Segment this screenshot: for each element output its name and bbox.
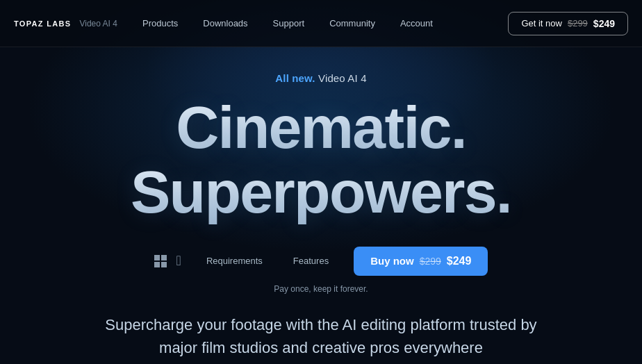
apple-icon:  [176, 253, 181, 269]
brand-product: Video AI 4 [79, 19, 117, 28]
svg-rect-2 [154, 262, 160, 267]
tagline-normal: Video AI 4 [318, 72, 367, 84]
hero-title: Cinematic. Superpowers. [131, 95, 511, 224]
hero-title-line1: Cinematic. [131, 95, 511, 160]
nav-item-community[interactable]: Community [318, 14, 386, 33]
tagline-highlight: All new. [275, 72, 315, 84]
svg-rect-0 [154, 255, 160, 260]
hero-section: All new. Video AI 4 Cinematic. Superpowe… [0, 47, 642, 359]
hero-subtext: Supercharge your footage with the AI edi… [78, 313, 564, 359]
nav-item-support[interactable]: Support [262, 14, 316, 33]
nav-item-account[interactable]: Account [389, 14, 444, 33]
tagline: All new. Video AI 4 [275, 72, 366, 84]
buy-new-price: $249 [447, 255, 472, 267]
nav-cta-old-price: $299 [568, 18, 588, 28]
buy-label: Buy now [370, 255, 414, 267]
nav-cta-label: Get it now [521, 18, 562, 28]
os-icons:  [154, 253, 181, 269]
requirements-link[interactable]: Requirements [201, 253, 268, 269]
nav-item-products[interactable]: Products [131, 14, 189, 33]
nav-cta-new-price: $249 [593, 18, 615, 29]
brand: TOPAZ LABS Video AI 4 [14, 19, 117, 28]
features-link[interactable]: Features [288, 253, 334, 269]
svg-rect-3 [161, 262, 167, 267]
nav-links: Products Downloads Support Community Acc… [131, 14, 508, 33]
pay-once-text: Pay once, keep it forever. [274, 284, 368, 294]
buy-now-button[interactable]: Buy now $299 $249 [354, 247, 488, 276]
hero-title-line2: Superpowers. [131, 160, 511, 224]
buy-old-price: $299 [420, 256, 441, 267]
svg-rect-1 [161, 255, 167, 260]
nav-item-downloads[interactable]: Downloads [192, 14, 258, 33]
brand-name: TOPAZ LABS [14, 19, 71, 28]
navbar: TOPAZ LABS Video AI 4 Products Downloads… [0, 0, 642, 47]
windows-icon [154, 255, 167, 267]
cta-row:  Requirements Features Buy now $299 $24… [154, 247, 488, 276]
nav-cta-button[interactable]: Get it now $299 $249 [508, 12, 628, 35]
